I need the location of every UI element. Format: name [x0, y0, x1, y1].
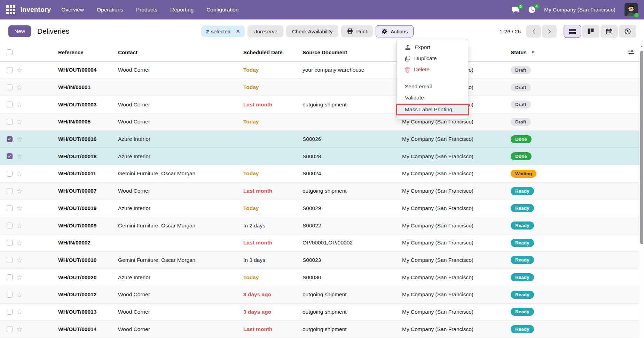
row-checkbox[interactable] [7, 292, 13, 298]
favorite-star-icon[interactable]: ☆ [16, 222, 23, 229]
table-row[interactable]: ✓ ☆ WH/OUT/00016 Azure Interior S00026 M… [0, 131, 644, 148]
menu-item-validate[interactable]: Validate [397, 92, 468, 103]
messages-button[interactable]: 9 [511, 6, 520, 14]
close-icon[interactable]: × [236, 29, 240, 34]
row-checkbox[interactable] [7, 223, 13, 228]
favorite-star-icon[interactable]: ☆ [16, 256, 23, 264]
header-status[interactable]: Status ▼ [501, 49, 553, 55]
nav-item-overview[interactable]: Overview [61, 5, 84, 14]
nav-item-products[interactable]: Products [136, 5, 157, 14]
scheduled-date-cell: In 2 days [243, 223, 265, 229]
favorite-star-icon[interactable]: ☆ [16, 136, 23, 143]
favorite-star-icon[interactable]: ☆ [16, 187, 23, 195]
table-row[interactable]: ✓ ☆ WH/OUT/00018 Azure Interior S00028 M… [0, 148, 644, 165]
favorite-star-icon[interactable]: ☆ [16, 325, 23, 333]
favorite-star-icon[interactable]: ☆ [16, 118, 23, 126]
status-badge: Ready [511, 204, 534, 212]
pager-next-button[interactable] [542, 25, 557, 38]
check-availability-button[interactable]: Check Availability [286, 25, 338, 38]
apps-grid-icon[interactable] [6, 5, 15, 14]
nav-item-configuration[interactable]: Configuration [206, 5, 238, 14]
vertical-scrollbar[interactable]: ▲ [639, 43, 644, 338]
status-badge: Ready [511, 291, 534, 299]
table-row[interactable]: ☆ WH/OUT/00019 Azure Interior Today S000… [0, 200, 644, 217]
row-checkbox[interactable] [7, 274, 13, 280]
menu-divider [397, 78, 468, 78]
row-checkbox[interactable]: ✓ [7, 153, 13, 159]
activities-button[interactable]: 4 [528, 6, 536, 14]
pager-previous-button[interactable] [526, 25, 541, 38]
table-row[interactable]: ☆ WH/OUT/00012 Wood Corner 3 days ago ou… [0, 286, 644, 304]
menu-item-delete[interactable]: Delete [397, 64, 468, 75]
table-row[interactable]: ☆ WH/OUT/00010 Gemini Furniture, Oscar M… [0, 252, 644, 269]
row-checkbox[interactable] [7, 119, 13, 125]
menu-item-export[interactable]: Export [397, 42, 468, 53]
table-row[interactable]: ☆ WH/OUT/00004 Wood Corner Today your co… [0, 62, 644, 79]
favorite-star-icon[interactable]: ☆ [16, 274, 23, 281]
menu-item-label: Send email [405, 83, 432, 90]
table-row[interactable]: ☆ WH/OUT/00003 Wood Corner Last month ou… [0, 96, 644, 113]
row-checkbox[interactable] [7, 205, 13, 211]
contact-cell: Wood Corner [118, 188, 243, 194]
source-document-cell: S00026 [303, 136, 402, 142]
favorite-star-icon[interactable]: ☆ [16, 204, 23, 212]
nav-item-reporting[interactable]: Reporting [170, 5, 194, 14]
favorite-star-icon[interactable]: ☆ [16, 84, 23, 91]
select-all-checkbox[interactable] [7, 49, 13, 55]
control-bar: New Deliveries 2 selected × Unreserve Ch… [0, 19, 644, 43]
kanban-view-button[interactable] [582, 25, 599, 38]
header-scheduled-date[interactable]: Scheduled Date [243, 49, 303, 55]
row-checkbox[interactable] [7, 326, 13, 332]
row-checkbox[interactable] [7, 171, 13, 177]
table-row[interactable]: ☆ WH/IN/00002 Last month OP/00001,OP/000… [0, 234, 644, 252]
scrollbar-thumb[interactable] [640, 51, 643, 244]
favorite-star-icon[interactable]: ☆ [16, 239, 23, 247]
row-checkbox[interactable] [7, 240, 13, 246]
favorite-star-icon[interactable]: ☆ [16, 66, 23, 74]
online-status-dot [634, 13, 639, 17]
adjust-columns-icon[interactable] [627, 49, 634, 55]
menu-item-duplicate[interactable]: Duplicate [397, 53, 468, 64]
menu-item-mass-label-printing[interactable]: Mass Label Printing [396, 104, 469, 115]
table-row[interactable]: ☆ WH/OUT/00011 Gemini Furniture, Oscar M… [0, 165, 644, 183]
table-row[interactable]: ☆ WH/IN/00005 Wood Corner Today My Compa… [0, 113, 644, 131]
nav-item-operations[interactable]: Operations [97, 5, 123, 14]
table-row[interactable]: ☆ WH/OUT/00013 Wood Corner 3 days ago ou… [0, 304, 644, 321]
calendar-view-button[interactable] [600, 25, 618, 38]
actions-button[interactable]: Actions [376, 25, 414, 38]
scheduled-date-cell: Today [243, 205, 259, 211]
favorite-star-icon[interactable]: ☆ [16, 291, 23, 298]
table-row[interactable]: ☆ WH/IN/00001 Today My Company (San Fran… [0, 79, 644, 96]
favorite-star-icon[interactable]: ☆ [16, 101, 23, 108]
row-checkbox[interactable] [7, 309, 13, 315]
menu-item-send-email[interactable]: Send email [397, 81, 468, 92]
scheduled-date-cell: Today [243, 274, 259, 281]
row-checkbox[interactable] [7, 84, 13, 90]
header-source-document[interactable]: Source Document [303, 49, 402, 55]
source-document-cell: S00022 [303, 223, 402, 229]
table-row[interactable]: ☆ WH/OUT/00009 Gemini Furniture, Oscar M… [0, 217, 644, 234]
app-name[interactable]: Inventory [21, 6, 51, 14]
table-row[interactable]: ☆ WH/OUT/00007 Wood Corner Last month ou… [0, 183, 644, 200]
company-switcher[interactable]: My Company (San Francisco) [544, 7, 615, 13]
table-row[interactable]: ☆ WH/OUT/00014 Wood Corner Last month ou… [0, 321, 644, 338]
row-checkbox[interactable] [7, 102, 13, 107]
row-checkbox[interactable]: ✓ [7, 136, 13, 142]
row-checkbox[interactable] [7, 188, 13, 194]
row-checkbox[interactable] [7, 257, 13, 263]
menu-item-label: Validate [405, 95, 424, 101]
header-contact[interactable]: Contact [118, 49, 243, 55]
favorite-star-icon[interactable]: ☆ [16, 153, 23, 160]
print-button[interactable]: Print [341, 25, 373, 38]
list-view-button[interactable] [564, 25, 581, 38]
favorite-star-icon[interactable]: ☆ [16, 170, 23, 177]
favorite-star-icon[interactable]: ☆ [16, 308, 23, 315]
activity-view-button[interactable] [619, 25, 636, 38]
user-menu[interactable] [625, 3, 638, 16]
scroll-up-icon[interactable]: ▲ [639, 45, 644, 48]
new-button[interactable]: New [8, 25, 31, 37]
header-reference[interactable]: Reference [28, 49, 118, 55]
unreserve-button[interactable]: Unreserve [248, 25, 283, 38]
table-row[interactable]: ☆ WH/OUT/00020 Azure Interior Today S000… [0, 269, 644, 286]
row-checkbox[interactable] [7, 67, 13, 73]
